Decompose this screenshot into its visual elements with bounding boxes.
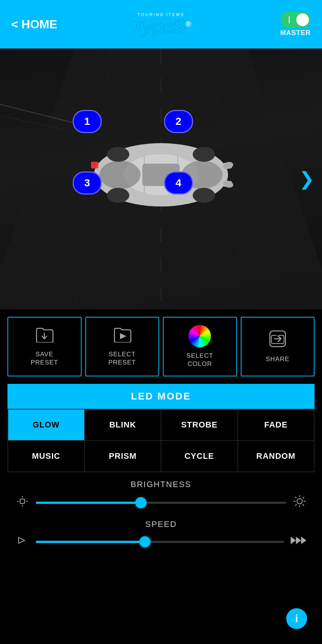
svg-marker-24 (120, 333, 126, 339)
mode-glow-button[interactable]: GLOW (8, 409, 85, 441)
mode-cycle-button[interactable]: CYCLE (161, 441, 238, 472)
svg-point-9 (100, 161, 141, 189)
next-arrow-button[interactable]: ❯ (299, 168, 315, 190)
select-color-label: SELECTCOLOR (186, 352, 213, 368)
speed-label: SPEED (15, 520, 307, 529)
led-mode-header: LED MODE (7, 384, 315, 409)
svg-marker-41 (291, 537, 296, 544)
speed-track[interactable] (36, 541, 284, 543)
zone-2-button[interactable]: 2 (164, 110, 193, 133)
share-button[interactable]: SHARE (241, 317, 315, 376)
svg-line-36 (295, 497, 297, 498)
share-icon (269, 330, 286, 351)
brightness-label: BRIGHTNESS (15, 480, 307, 489)
svg-rect-26 (20, 499, 25, 503)
brightness-fill (36, 502, 141, 504)
svg-line-37 (303, 504, 304, 506)
home-button[interactable]: < HOME (11, 18, 57, 31)
speed-fill (36, 541, 145, 543)
mode-music-button[interactable]: MUSIC (8, 441, 85, 472)
select-color-button[interactable]: SELECTCOLOR (163, 317, 237, 376)
brightness-thumb[interactable] (135, 497, 146, 508)
svg-point-19 (193, 147, 215, 162)
brightness-slider-row (15, 495, 307, 511)
zone-1-button[interactable]: 1 (73, 110, 102, 133)
svg-marker-43 (301, 537, 306, 544)
speed-slider-row (15, 534, 307, 549)
zone-3-button[interactable]: 3 (73, 171, 102, 195)
mode-strobe-button[interactable]: STROBE (161, 409, 238, 441)
svg-line-38 (303, 497, 304, 498)
logo-main: TypeS® (132, 17, 190, 36)
master-label: MASTER (280, 29, 311, 37)
speed-thumb[interactable] (139, 536, 151, 547)
car-view: 1 2 3 4 ❯ (0, 48, 322, 309)
mode-blink-button[interactable]: BLINK (85, 409, 161, 441)
svg-point-17 (107, 147, 129, 162)
mode-prism-button[interactable]: PRISM (85, 441, 161, 472)
share-label: SHARE (266, 355, 290, 363)
svg-point-31 (297, 499, 302, 504)
dim-icon (15, 495, 30, 510)
folder-save-icon (35, 327, 54, 346)
color-wheel-icon (189, 325, 211, 347)
controls-section: SAVEPRESET SELECTPRESET SELECTCOLOR (0, 309, 322, 565)
toggle-line-icon (289, 16, 290, 23)
info-button[interactable]: i (286, 608, 307, 629)
bright-icon (292, 495, 307, 511)
svg-marker-42 (296, 537, 301, 544)
master-toggle-container: MASTER (280, 12, 311, 37)
play-folder-icon (113, 327, 132, 346)
svg-rect-13 (91, 162, 98, 168)
fast-icon (290, 535, 307, 548)
car-image (75, 134, 247, 217)
master-toggle-switch[interactable] (281, 12, 310, 28)
svg-line-39 (295, 504, 297, 506)
app-header: < HOME TOURING ITEMS TypeS® MASTER (0, 0, 322, 48)
svg-marker-40 (19, 537, 25, 543)
led-mode-label: LED MODE (131, 391, 191, 402)
info-icon: i (295, 613, 298, 625)
brightness-section: BRIGHTNESS (7, 472, 315, 565)
action-buttons-row: SAVEPRESET SELECTPRESET SELECTCOLOR (7, 317, 315, 376)
mode-fade-button[interactable]: FADE (238, 409, 315, 441)
zone-4-button[interactable]: 4 (164, 171, 193, 195)
toggle-knob (296, 13, 309, 26)
app-logo: TOURING ITEMS TypeS® (132, 12, 190, 36)
slow-icon (15, 534, 30, 549)
svg-point-20 (193, 188, 215, 203)
mode-random-button[interactable]: RANDOM (238, 441, 315, 472)
led-mode-grid: GLOW BLINK STROBE FADE MUSIC PRISM CYCLE… (7, 409, 315, 472)
save-preset-label: SAVEPRESET (31, 350, 58, 367)
save-preset-button[interactable]: SAVEPRESET (7, 317, 82, 376)
brightness-track[interactable] (36, 502, 286, 504)
select-preset-label: SELECTPRESET (108, 350, 136, 367)
select-preset-button[interactable]: SELECTPRESET (85, 317, 160, 376)
svg-point-18 (107, 188, 129, 203)
